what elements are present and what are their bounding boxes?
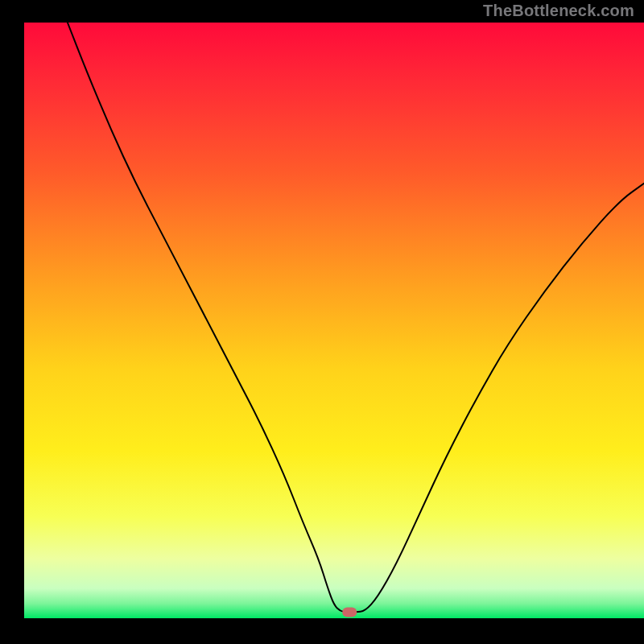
chart-container: TheBottleneck.com [0,0,644,644]
plot-background [24,23,644,618]
optimum-marker [342,608,357,617]
bottleneck-chart [0,0,644,644]
watermark-text: TheBottleneck.com [483,2,634,20]
